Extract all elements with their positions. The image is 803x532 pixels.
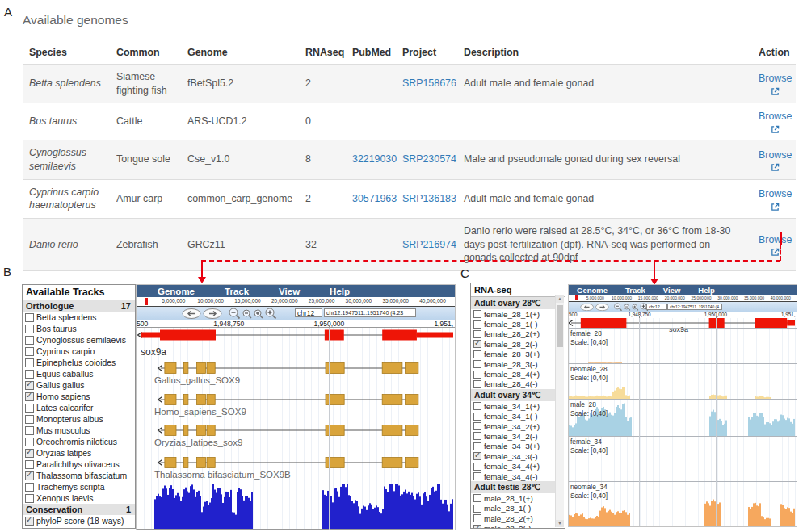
checkbox[interactable]	[473, 514, 481, 522]
chromosome-overview[interactable]: 5,000,00010,000,00015,000,00020,000,0002…	[569, 295, 797, 302]
track-option[interactable]: female_28_4(-)	[471, 379, 556, 389]
checkbox[interactable]	[25, 438, 34, 446]
track-option[interactable]: Lates calcarifer	[23, 402, 135, 413]
checkbox[interactable]	[473, 472, 481, 480]
checkbox[interactable]	[473, 380, 481, 388]
pubmed-link[interactable]: 32219030	[352, 153, 397, 165]
checkbox[interactable]	[473, 494, 481, 502]
browse-link[interactable]: Browse	[759, 186, 792, 212]
checkbox[interactable]	[473, 320, 481, 329]
track-option[interactable]: female_28_1(-)	[471, 319, 556, 329]
menu-genome[interactable]: Genome	[158, 287, 195, 296]
track-option[interactable]: male_28_2(+)	[471, 513, 556, 523]
browse-link[interactable]: Browse	[759, 71, 792, 96]
checkbox[interactable]	[473, 360, 481, 368]
zoom-out-large-button[interactable]	[229, 308, 241, 320]
scrollbar-thumb[interactable]	[557, 305, 563, 347]
track-option[interactable]: female_28_1(+)	[471, 309, 556, 319]
track-option[interactable]: female_28_3(-)	[471, 359, 556, 369]
track-option[interactable]: Cynoglossus semilaevis	[23, 334, 135, 346]
track-option[interactable]: Equus caballus	[23, 368, 135, 379]
track-option[interactable]: female_28_4(+)	[471, 369, 556, 379]
track-option[interactable]: female_28_2(-)	[471, 339, 556, 349]
checkbox[interactable]	[25, 426, 34, 435]
zoom-out-button[interactable]	[624, 304, 631, 311]
checkbox[interactable]	[25, 347, 34, 356]
checkbox[interactable]	[473, 330, 481, 338]
pubmed-link[interactable]: 30571963	[352, 193, 397, 204]
checkbox[interactable]	[25, 325, 34, 333]
zoom-in-button[interactable]	[254, 309, 263, 319]
browse-link[interactable]: Browse	[759, 109, 792, 134]
menu-help[interactable]: Help	[330, 287, 350, 296]
track-option[interactable]: Trachemys scripta	[23, 481, 135, 492]
track-option[interactable]: Thalassoma bifasciatum	[23, 470, 135, 481]
menu-help[interactable]: Help	[698, 286, 715, 295]
zoom-in-button[interactable]	[632, 304, 639, 311]
checkbox[interactable]	[473, 505, 481, 513]
track-option[interactable]: Cyprinus carpio	[23, 346, 135, 357]
track-option[interactable]: male_28_2(-)	[471, 523, 556, 529]
checkbox[interactable]	[473, 422, 481, 430]
forward-button[interactable]	[203, 308, 222, 319]
track-area[interactable]: sox9a Gallus_gallus_SOX9Homo_sapiens_SOX…	[137, 328, 455, 530]
menu-track[interactable]: Track	[625, 286, 645, 295]
track-option[interactable]: Epinephelus coioides	[23, 357, 135, 368]
checkbox[interactable]	[25, 370, 34, 379]
checked-checkbox[interactable]	[25, 517, 34, 526]
menu-genome[interactable]: Genome	[577, 286, 608, 295]
menu-view[interactable]: View	[663, 286, 680, 295]
checkbox[interactable]	[473, 350, 481, 358]
chromosome-input[interactable]	[646, 304, 667, 310]
track-option[interactable]: female_34_1(-)	[471, 412, 556, 421]
checked-checkbox[interactable]	[25, 392, 34, 401]
project-link[interactable]: SRP136183	[402, 193, 456, 204]
project-link[interactable]: SRP230574	[402, 153, 456, 165]
track-option[interactable]: female_34_2(+)	[471, 421, 556, 431]
checked-checkbox[interactable]	[25, 449, 34, 458]
zoom-out-button[interactable]	[242, 309, 252, 319]
menu-view[interactable]: View	[279, 287, 300, 296]
chromosome-overview[interactable]: 5,000,00010,000,00015,000,00020,000,0002…	[137, 297, 455, 307]
zoom-in-large-button[interactable]	[265, 308, 277, 320]
browse-link[interactable]: Browse	[759, 232, 792, 258]
track-option[interactable]: female_34_1(+)	[471, 401, 556, 411]
track-option[interactable]: Oryzias latipes	[23, 447, 135, 459]
track-option[interactable]: female_34_3(-)	[471, 451, 556, 461]
track-option[interactable]: phyloP score (18-ways)	[23, 515, 135, 526]
checkbox[interactable]	[473, 371, 481, 379]
track-option[interactable]: Homo sapiens	[23, 391, 135, 402]
browse-link[interactable]: Browse	[759, 148, 792, 173]
track-option[interactable]: female_28_3(+)	[471, 350, 556, 359]
track-option[interactable]: female_34_4(-)	[471, 471, 556, 481]
track-option[interactable]: male_28_1(+)	[471, 493, 556, 503]
track-option[interactable]: Mus musculus	[23, 425, 135, 436]
checkbox[interactable]	[25, 336, 34, 345]
track-option[interactable]: female_28_2(+)	[471, 329, 556, 339]
checkbox[interactable]	[25, 483, 34, 492]
checked-checkbox[interactable]	[473, 452, 481, 460]
checked-checkbox[interactable]	[25, 471, 34, 480]
zoom-out-large-button[interactable]	[614, 303, 623, 312]
checkbox[interactable]	[25, 404, 34, 413]
track-option[interactable]: Bos taurus	[23, 323, 135, 334]
checkbox[interactable]	[473, 310, 481, 318]
track-area[interactable]: sox9a female_28Scale: [0,40]neomale_28Sc…	[569, 318, 797, 526]
project-link[interactable]: SRP158676	[402, 77, 456, 89]
checked-checkbox[interactable]	[473, 525, 481, 529]
track-option[interactable]: Paralichthys olivaceus	[23, 459, 135, 470]
checkbox[interactable]	[473, 442, 481, 450]
track-option[interactable]: Monopterus albus	[23, 413, 135, 425]
checkbox[interactable]	[25, 415, 34, 424]
track-option[interactable]: male_28_1(-)	[471, 504, 556, 513]
back-button[interactable]	[580, 304, 594, 311]
checkbox[interactable]	[25, 313, 34, 322]
checked-checkbox[interactable]	[473, 340, 481, 348]
track-option[interactable]: female_34_3(+)	[471, 442, 556, 451]
scroll-up-icon[interactable]: ▲	[556, 295, 564, 303]
checkbox[interactable]	[473, 402, 481, 410]
checked-checkbox[interactable]	[25, 381, 34, 390]
checkbox[interactable]	[473, 463, 481, 471]
location-input[interactable]	[324, 308, 416, 317]
checkbox[interactable]	[473, 432, 481, 440]
